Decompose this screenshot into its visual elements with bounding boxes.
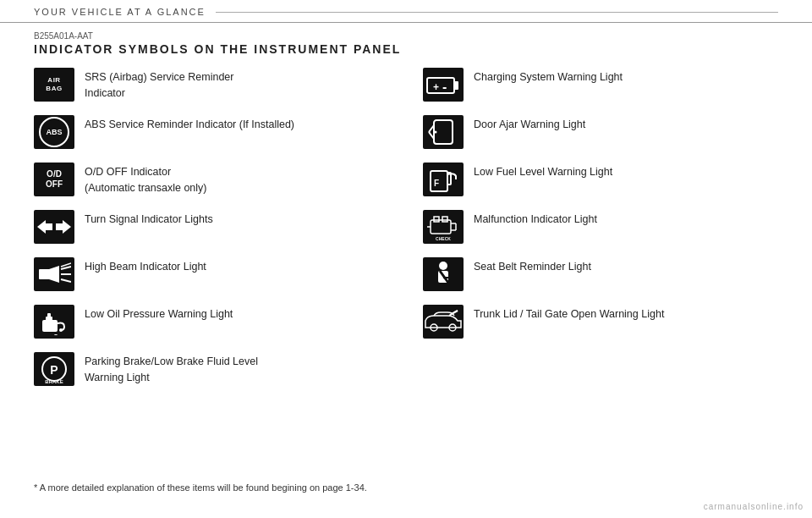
- svg-point-36: [439, 262, 447, 270]
- header-divider: [216, 12, 778, 13]
- svg-rect-10: [47, 313, 51, 318]
- list-item: CHECK Malfunction Indicator Light: [423, 210, 778, 247]
- svg-rect-29: [434, 217, 439, 222]
- page-header: YOUR VEHICLE AT A GLANCE: [0, 0, 812, 23]
- list-item: Seat Belt Reminder Light: [423, 257, 778, 295]
- section-title: INDICATOR SYMBOLS ON THE INSTRUMENT PANE…: [34, 42, 778, 56]
- list-item: O/DOFF O/D OFF Indicator (Automatic tran…: [34, 163, 389, 200]
- highbeam-label: High Beam Indicator Light: [85, 257, 206, 275]
- watermark: carmanualsonline.info: [704, 502, 804, 511]
- svg-text:+: +: [433, 81, 439, 93]
- trunk-icon: [423, 305, 464, 339]
- svg-marker-1: [56, 220, 71, 234]
- svg-rect-16: [427, 78, 454, 93]
- svg-line-5: [61, 267, 71, 269]
- list-item: AIRBAG SRS (Airbag) Service Reminder Ind…: [34, 68, 389, 105]
- low-fuel-icon: F: [423, 163, 464, 196]
- list-item: Low Oil Pressure Warning Light: [34, 305, 389, 342]
- turn-signal-icon: [34, 210, 74, 244]
- highbeam-icon: [34, 257, 74, 291]
- parking-brake-icon: P BRAKE: [34, 352, 74, 386]
- list-item: + - Charging System Warning Light: [423, 68, 778, 105]
- list-item: Door Ajar Warning Light: [423, 115, 778, 152]
- list-item: Trunk Lid / Tail Gate Open Warning Light: [423, 305, 778, 342]
- right-column: + - Charging System Warning Light: [423, 68, 778, 400]
- doc-id: B255A01A-AAT: [34, 31, 778, 41]
- door-ajar-icon: [423, 115, 464, 149]
- svg-rect-17: [454, 81, 458, 90]
- door-ajar-label: Door Ajar Warning Light: [474, 115, 585, 133]
- list-item: F Low Fuel Level Warning Light: [423, 163, 778, 200]
- svg-point-24: [435, 131, 437, 134]
- svg-point-11: [59, 328, 63, 332]
- svg-text:-: -: [442, 80, 447, 94]
- seatbelt-label: Seat Belt Reminder Light: [474, 257, 591, 275]
- svg-point-12: [54, 334, 58, 335]
- svg-line-40: [454, 311, 458, 312]
- svg-text:BRAKE: BRAKE: [45, 379, 63, 384]
- airbag-label: SRS (Airbag) Service Reminder Indicator: [85, 68, 233, 102]
- svg-text:F: F: [434, 179, 439, 188]
- list-item: ABS ABS Service Reminder Indicator (If I…: [34, 115, 389, 152]
- abs-icon: ABS: [34, 115, 74, 149]
- od-icon: O/DOFF: [34, 163, 74, 196]
- oil-pressure-label: Low Oil Pressure Warning Light: [85, 305, 233, 322]
- footnote: * A more detailed explanation of these i…: [34, 482, 367, 493]
- svg-marker-0: [37, 220, 52, 234]
- oil-pressure-icon: [34, 305, 74, 339]
- list-item: High Beam Indicator Light: [34, 257, 389, 295]
- charging-label: Charging System Warning Light: [474, 68, 623, 85]
- abs-label: ABS Service Reminder Indicator (If Insta…: [85, 115, 294, 133]
- main-content: B255A01A-AAT INDICATOR SYMBOLS ON THE IN…: [0, 23, 812, 400]
- charging-icon: + -: [423, 68, 464, 102]
- airbag-icon: AIRBAG: [34, 68, 74, 102]
- low-fuel-label: Low Fuel Level Warning Light: [474, 163, 612, 180]
- svg-rect-2: [39, 269, 51, 279]
- parking-brake-label: Parking Brake/Low Brake Fluid Level Warn…: [85, 352, 258, 386]
- svg-marker-3: [49, 266, 59, 283]
- od-label: O/D OFF Indicator (Automatic transaxle o…: [85, 163, 207, 196]
- turn-signal-label: Turn Signal Indicator Lights: [85, 210, 213, 228]
- malfunction-label: Malfunction Indicator Light: [474, 210, 597, 228]
- indicators-grid: AIRBAG SRS (Airbag) Service Reminder Ind…: [34, 68, 778, 400]
- malfunction-icon: CHECK: [423, 210, 464, 244]
- trunk-label: Trunk Lid / Tail Gate Open Warning Light: [474, 305, 664, 322]
- svg-text:P: P: [50, 363, 58, 377]
- svg-line-6: [61, 279, 71, 282]
- header-title: YOUR VEHICLE AT A GLANCE: [34, 7, 206, 17]
- left-column: AIRBAG SRS (Airbag) Service Reminder Ind…: [34, 68, 389, 400]
- list-item: P BRAKE Parking Brake/Low Brake Fluid Le…: [34, 352, 389, 389]
- seatbelt-icon: [423, 257, 464, 291]
- svg-text:CHECK: CHECK: [436, 236, 451, 241]
- list-item: Turn Signal Indicator Lights: [34, 210, 389, 247]
- svg-rect-8: [42, 320, 58, 332]
- svg-rect-30: [442, 217, 447, 222]
- svg-line-7: [61, 263, 71, 267]
